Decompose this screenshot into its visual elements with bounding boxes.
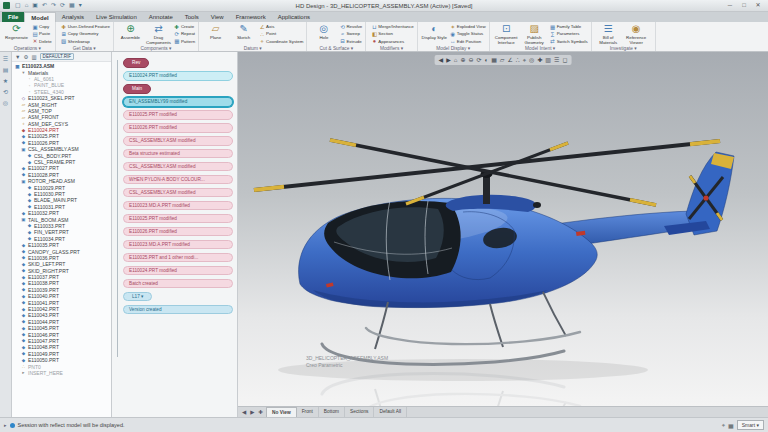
- view-manager-icon[interactable]: ☰: [554, 56, 559, 64]
- ribbon-small-button[interactable]: ⇄ Switch Symbols: [550, 38, 588, 45]
- graphics-viewport[interactable]: ◀▶⌂⊕⊖⟳◐▦▱∠∴⌖◎✚▥☰◻: [238, 52, 768, 406]
- ribbon-tab[interactable]: Model: [24, 12, 55, 22]
- reference-filter-chip[interactable]: DEFAULT.RIF: [40, 53, 75, 60]
- ribbon-small-button[interactable]: ✕ Delete: [32, 38, 52, 45]
- ribbon-big-button[interactable]: ◉ Reference Viewer: [623, 23, 650, 44]
- ribbon-big-button[interactable]: ☰ Bill of Materials: [595, 23, 622, 44]
- timeline-item[interactable]: WHEN PYLON-A BODY COLOUR...: [123, 175, 233, 185]
- ribbon-big-button[interactable]: ◐ Display Style: [421, 23, 448, 44]
- ribbon-small-button[interactable]: ▤ Paste: [32, 30, 52, 37]
- ribbon-small-button[interactable]: ● Appearances: [371, 38, 413, 45]
- ribbon-group-label[interactable]: Cut & Surface ▾: [307, 46, 365, 51]
- ribbon-big-button[interactable]: ⟳ Regenerate: [3, 23, 30, 44]
- timeline-item[interactable]: E110023.MD.A.PRT modified: [123, 240, 233, 250]
- tree-filter-icon[interactable]: ▼: [15, 54, 20, 60]
- model-tree-icon[interactable]: ☰: [3, 55, 8, 62]
- repaint-icon[interactable]: ⟳: [477, 56, 482, 64]
- save-icon[interactable]: ▣: [30, 0, 40, 11]
- ribbon-small-button[interactable]: ▣ Copy: [32, 23, 52, 30]
- ribbon-big-button[interactable]: ▱ Plane: [202, 23, 229, 44]
- ribbon-big-button[interactable]: ⇄ Drag Components: [145, 23, 172, 44]
- ribbon-group-label[interactable]: Investigate ▾: [592, 46, 655, 51]
- zoom-out-icon[interactable]: ⊖: [468, 56, 473, 64]
- previous-view-icon[interactable]: ◀: [439, 56, 444, 64]
- ribbon-big-button[interactable]: ▨ Publish Geometry: [521, 23, 548, 44]
- ribbon-tab[interactable]: Applications: [272, 12, 316, 22]
- timeline-item[interactable]: CSL_ASSEMBLY.ASM modified: [123, 188, 233, 198]
- ribbon-group-label[interactable]: Operations ▾: [0, 46, 55, 51]
- next-view-icon[interactable]: ▶: [446, 56, 451, 64]
- ribbon-small-button[interactable]: ∴ Point: [259, 30, 303, 37]
- timeline-item[interactable]: E110024.PRT modified: [123, 71, 233, 81]
- message-log-expand-icon[interactable]: ▸: [4, 422, 7, 428]
- ribbon-small-button[interactable]: ▦ Family Table: [550, 23, 588, 30]
- timeline-item[interactable]: E110026.PRT modified: [123, 227, 233, 237]
- ribbon-tab[interactable]: Analysis: [56, 12, 90, 22]
- zoom-in-icon[interactable]: ⊕: [460, 56, 465, 64]
- ribbon-small-button[interactable]: ⊔ Merge/Inheritance: [371, 23, 413, 30]
- ribbon-small-button[interactable]: ⟳ Repeat: [174, 30, 195, 37]
- ribbon-small-button[interactable]: ◧ Section: [371, 30, 413, 37]
- ribbon-group-label[interactable]: Modifiers ▾: [366, 46, 416, 51]
- datum-point-display-icon[interactable]: ∴: [516, 56, 520, 64]
- ribbon-small-button[interactable]: ⌖ Coordinate System: [259, 38, 303, 45]
- saved-orientations-icon[interactable]: ▥: [545, 56, 551, 64]
- timeline-item[interactable]: E110025.PRT and 1 other modi...: [123, 253, 233, 263]
- favorites-icon[interactable]: ★: [3, 77, 8, 84]
- ribbon-small-button[interactable]: ▧ Shrinkwrap: [61, 38, 110, 45]
- ribbon-tab[interactable]: Annotate: [143, 12, 179, 22]
- timeline-item[interactable]: E110026.PRT modified: [123, 123, 233, 133]
- ribbon-small-button[interactable]: ⊟ Extrude: [339, 38, 362, 45]
- regenerate-icon[interactable]: ⟳: [58, 0, 67, 11]
- timeline-item[interactable]: E110025.PRT modified: [123, 214, 233, 224]
- timeline-item[interactable]: E110023.MD.A.PRT modified: [123, 201, 233, 211]
- timeline-item[interactable]: L17 ▾: [123, 292, 152, 302]
- timeline-item[interactable]: Version created: [123, 305, 233, 315]
- ribbon-small-button[interactable]: ∑ Parameters: [550, 30, 588, 37]
- ribbon-small-button[interactable]: ✶ Exploded View: [450, 23, 486, 30]
- timeline-item[interactable]: Batch created: [123, 279, 233, 289]
- maximize-button[interactable]: □: [737, 0, 751, 11]
- select-box-icon[interactable]: ▦: [728, 422, 734, 429]
- ribbon-tab[interactable]: Live Simulation: [90, 12, 143, 22]
- shaded-with-edges-icon[interactable]: ▦: [491, 56, 497, 64]
- ribbon-small-button[interactable]: ∠ Axis: [259, 23, 303, 30]
- ribbon-small-button[interactable]: ◉ Toggle Status: [450, 30, 486, 37]
- ribbon-group-label[interactable]: Model Intent ▾: [490, 46, 591, 51]
- ribbon-tab[interactable]: View: [205, 12, 230, 22]
- timeline-item[interactable]: Rev: [123, 58, 149, 68]
- timeline-item[interactable]: EN_ASSEMBLY99 modified: [123, 97, 233, 107]
- ribbon-big-button[interactable]: ◎ Hole: [310, 23, 337, 44]
- ribbon-small-button[interactable]: ✚ User-Defined Feature: [61, 23, 110, 30]
- undo-icon[interactable]: ↶: [40, 0, 49, 11]
- timeline-item[interactable]: Main: [123, 84, 151, 94]
- ribbon-big-button[interactable]: ✎ Sketch: [230, 23, 257, 44]
- customize-icon[interactable]: ▾: [77, 0, 84, 11]
- view-tab[interactable]: Sections: [345, 407, 374, 417]
- history-icon[interactable]: ⟲: [3, 88, 8, 95]
- ribbon-tab[interactable]: Framework: [230, 12, 272, 22]
- ribbon-tab[interactable]: Tools: [179, 12, 205, 22]
- timeline-item[interactable]: CSL_ASSEMBLY.ASM modified: [123, 162, 233, 172]
- find-tool-icon[interactable]: ⌖: [722, 422, 725, 429]
- datum-plane-display-icon[interactable]: ▱: [500, 56, 505, 64]
- tab-file[interactable]: File: [2, 12, 24, 22]
- view-tab[interactable]: No View: [266, 407, 297, 417]
- ribbon-small-button[interactable]: ✚ Create: [174, 23, 195, 30]
- refit-icon[interactable]: ⌂: [454, 56, 458, 64]
- windows-icon[interactable]: ▦: [67, 0, 77, 11]
- close-button[interactable]: ✕: [751, 0, 765, 11]
- display-style-icon[interactable]: ◐: [485, 56, 489, 64]
- 3d-dragger-icon[interactable]: ✚: [537, 56, 542, 64]
- ribbon-small-button[interactable]: ⊞ Copy Geometry: [61, 30, 110, 37]
- ribbon-big-button[interactable]: ⊡ Component Interface: [493, 23, 520, 44]
- new-file-icon[interactable]: ▢: [13, 0, 23, 11]
- ribbon-group-label[interactable]: Components ▾: [114, 46, 198, 51]
- ribbon-small-button[interactable]: ▦ Pattern: [174, 38, 195, 45]
- datum-axis-display-icon[interactable]: ∠: [507, 56, 512, 64]
- folder-browser-icon[interactable]: ▤: [3, 66, 9, 73]
- ribbon-small-button[interactable]: ↔ Edit Position: [450, 38, 486, 45]
- timeline-item[interactable]: Beta structure estimated: [123, 149, 233, 159]
- tree-settings-icon[interactable]: ⚙: [23, 54, 28, 60]
- minimize-button[interactable]: ─: [723, 0, 737, 11]
